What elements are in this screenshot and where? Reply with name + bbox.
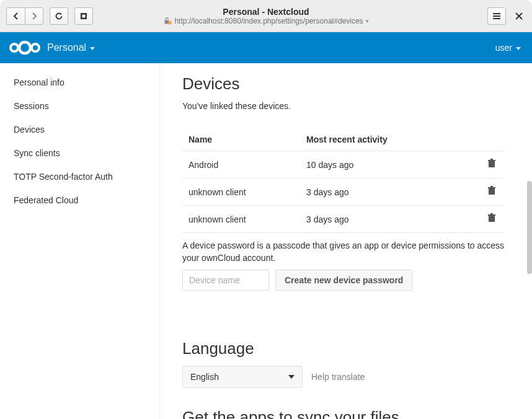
- home-button[interactable]: [74, 7, 93, 25]
- cell-name: unknown client: [182, 179, 306, 206]
- svg-rect-17: [490, 186, 493, 187]
- user-menu[interactable]: user: [495, 43, 521, 53]
- sidebar-item-label: TOTP Second-factor Auth: [14, 172, 113, 182]
- menu-button[interactable]: [487, 7, 506, 25]
- devices-table: Name Most recent activity Android 10 day…: [182, 128, 505, 233]
- svg-rect-2: [165, 20, 169, 24]
- trash-icon: [487, 159, 496, 169]
- nextcloud-logo-icon: [6, 38, 43, 57]
- create-device-password-button[interactable]: Create new device password: [275, 270, 412, 291]
- svg-rect-14: [490, 159, 493, 160]
- device-name-input[interactable]: [182, 270, 269, 291]
- reload-icon: [55, 12, 63, 20]
- language-heading: Language: [182, 339, 505, 358]
- help-translate-link[interactable]: Help translate: [311, 372, 365, 382]
- sidebar-item-personal-info[interactable]: Personal info: [0, 71, 159, 94]
- app-logo[interactable]: [6, 38, 47, 57]
- content-area: Devices You've linked these devices. Nam…: [160, 63, 532, 419]
- table-row: Android 10 days ago: [182, 151, 505, 179]
- insecure-icon: [163, 17, 172, 25]
- section-dropdown[interactable]: Personal: [47, 42, 95, 53]
- device-password-help: A device password is a passcode that giv…: [182, 239, 505, 265]
- window-title: Personal - Nextcloud: [223, 7, 309, 17]
- col-name: Name: [182, 128, 306, 151]
- reload-button[interactable]: [50, 7, 68, 25]
- language-select[interactable]: English: [182, 366, 303, 388]
- svg-rect-4: [169, 21, 170, 23]
- svg-point-3: [168, 20, 172, 24]
- cell-activity: 3 days ago: [306, 206, 480, 233]
- sidebar-item-federated-cloud[interactable]: Federated Cloud: [0, 188, 159, 212]
- nav-button-group: [6, 7, 43, 25]
- table-row: unknown client 3 days ago: [182, 206, 505, 233]
- sidebar-item-label: Sync clients: [14, 148, 60, 158]
- url-text: http://localhost:8080/index.php/settings…: [174, 17, 363, 25]
- caret-down-icon: [90, 47, 95, 50]
- svg-rect-8: [493, 18, 500, 19]
- home-icon: [79, 12, 88, 20]
- section-label: Personal: [47, 42, 86, 53]
- delete-device-button[interactable]: [487, 213, 499, 223]
- cell-activity: 10 days ago: [306, 151, 480, 179]
- url-row: http://localhost:8080/index.php/settings…: [163, 17, 368, 25]
- sidebar-item-devices[interactable]: Devices: [0, 118, 159, 141]
- apps-heading: Get the apps to sync your files: [182, 408, 505, 419]
- caret-down-icon: [516, 47, 521, 50]
- col-actions: [480, 128, 505, 151]
- app-body: Personal info Sessions Devices Sync clie…: [0, 63, 532, 419]
- sidebar-item-sync-clients[interactable]: Sync clients: [0, 141, 159, 165]
- url-caret-icon: ▾: [366, 18, 369, 24]
- close-icon: [515, 12, 523, 20]
- svg-rect-20: [490, 213, 493, 214]
- svg-rect-18: [489, 216, 495, 222]
- sidebar: Personal info Sessions Devices Sync clie…: [0, 63, 160, 419]
- cell-name: unknown client: [182, 206, 306, 233]
- svg-rect-1: [82, 14, 86, 17]
- svg-point-10: [19, 42, 30, 53]
- back-button[interactable]: [6, 7, 25, 25]
- devices-subtext: You've linked these devices.: [182, 101, 505, 111]
- svg-rect-7: [493, 15, 500, 17]
- browser-chrome: Personal - Nextcloud http://localhost:80…: [0, 0, 532, 32]
- svg-rect-15: [489, 188, 495, 195]
- devices-heading: Devices: [182, 74, 505, 94]
- chevron-left-icon: [13, 12, 19, 20]
- svg-rect-6: [493, 13, 500, 14]
- cell-name: Android: [182, 151, 306, 179]
- sidebar-item-label: Federated Cloud: [14, 195, 78, 205]
- trash-icon: [487, 213, 496, 223]
- forward-button[interactable]: [25, 7, 43, 25]
- sidebar-item-sessions[interactable]: Sessions: [0, 94, 159, 118]
- sidebar-item-label: Personal info: [14, 77, 64, 87]
- window-close-button[interactable]: [512, 9, 526, 23]
- svg-rect-19: [488, 214, 495, 216]
- chevron-right-icon: [31, 12, 37, 20]
- svg-rect-13: [488, 160, 495, 161]
- svg-rect-16: [488, 187, 495, 188]
- hamburger-icon: [492, 12, 501, 20]
- svg-point-9: [11, 44, 18, 51]
- svg-point-11: [32, 44, 39, 51]
- caret-down-icon: [288, 375, 295, 379]
- svg-rect-12: [489, 161, 495, 167]
- table-row: unknown client 3 days ago: [182, 179, 505, 206]
- sidebar-item-totp[interactable]: TOTP Second-factor Auth: [0, 165, 159, 188]
- cell-activity: 3 days ago: [306, 179, 480, 206]
- svg-rect-5: [169, 23, 170, 24]
- col-activity: Most recent activity: [306, 128, 480, 151]
- trash-icon: [487, 186, 496, 196]
- delete-device-button[interactable]: [487, 186, 499, 196]
- scrollbar-thumb[interactable]: [527, 181, 532, 274]
- delete-device-button[interactable]: [487, 159, 499, 169]
- language-selected: English: [190, 372, 219, 382]
- sidebar-item-label: Sessions: [14, 101, 49, 111]
- sidebar-item-label: Devices: [14, 125, 45, 135]
- app-header: Personal user: [0, 32, 532, 63]
- user-label: user: [495, 43, 512, 53]
